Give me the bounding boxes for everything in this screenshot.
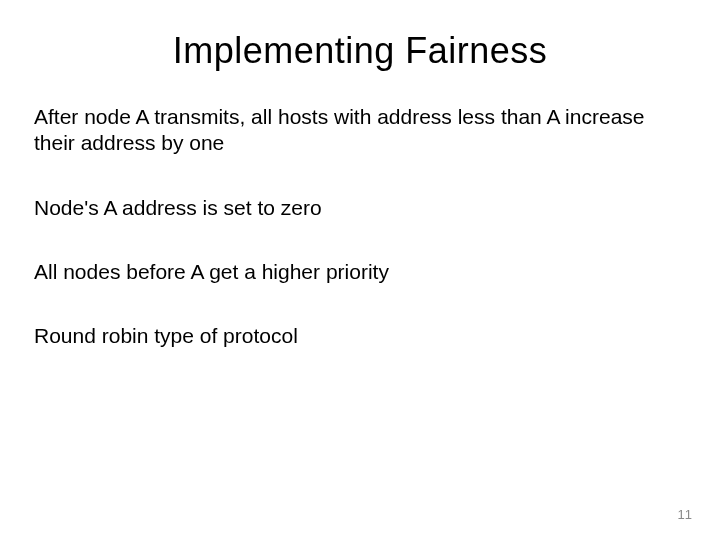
slide-title: Implementing Fairness xyxy=(30,30,690,72)
bullet-item: After node A transmits, all hosts with a… xyxy=(30,104,690,157)
page-number: 11 xyxy=(678,507,692,522)
bullet-item: All nodes before A get a higher priority xyxy=(30,259,690,285)
bullet-item: Node's A address is set to zero xyxy=(30,195,690,221)
bullet-item: Round robin type of protocol xyxy=(30,323,690,349)
slide-container: Implementing Fairness After node A trans… xyxy=(0,0,720,540)
